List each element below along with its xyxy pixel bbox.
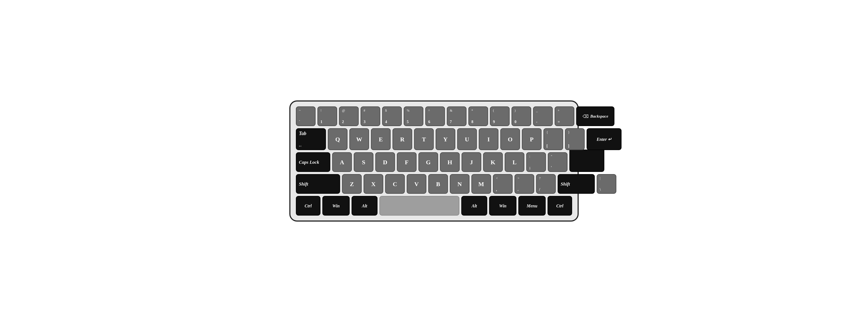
- key-3[interactable]: # 3: [361, 106, 380, 126]
- key-j[interactable]: J: [462, 152, 481, 172]
- row-asdf: Caps Lock A S D F G H J K L : ; " ': [296, 152, 572, 172]
- key-f[interactable]: F: [397, 152, 416, 172]
- key-period[interactable]: > .: [515, 174, 534, 194]
- key-minus[interactable]: _ -: [533, 106, 553, 126]
- key-b[interactable]: B: [428, 174, 448, 194]
- key-2[interactable]: @ 2: [339, 106, 359, 126]
- row-bottom: Ctrl Win Alt Alt Win Menu Ctrl: [296, 196, 572, 216]
- key-rctrl[interactable]: Ctrl: [548, 196, 572, 216]
- key-w[interactable]: W: [349, 128, 369, 150]
- lalt-label: Alt: [362, 203, 367, 208]
- keyboard: ~ ` ! 1 @ 2 # 3 $ 4 % 5 ^ 6 & 7: [289, 100, 579, 222]
- key-lctrl[interactable]: Ctrl: [296, 196, 320, 216]
- key-0[interactable]: ) 0: [512, 106, 531, 126]
- rctrl-label: Ctrl: [556, 203, 563, 208]
- key-backspace[interactable]: ⌫ Backspace: [576, 106, 614, 126]
- key-capslock[interactable]: Caps Lock: [296, 152, 330, 172]
- key-v[interactable]: V: [407, 174, 426, 194]
- key-l[interactable]: L: [505, 152, 524, 172]
- menu-label: Menu: [527, 203, 537, 208]
- key-n[interactable]: N: [450, 174, 469, 194]
- key-a[interactable]: A: [332, 152, 352, 172]
- lwin-label: Win: [333, 203, 340, 208]
- key-9[interactable]: ( 9: [490, 106, 509, 126]
- tab-label: Tab: [299, 131, 306, 136]
- row-number: ~ ` ! 1 @ 2 # 3 $ 4 % 5 ^ 6 & 7: [296, 106, 572, 126]
- key-lwin[interactable]: Win: [322, 196, 350, 216]
- key-k[interactable]: K: [483, 152, 503, 172]
- key-enter[interactable]: Enter ↵: [587, 128, 622, 150]
- key-quote[interactable]: " ': [548, 152, 567, 172]
- key-i[interactable]: I: [479, 128, 498, 150]
- key-lshift[interactable]: Shift: [296, 174, 340, 194]
- row-qwerty: Tab ↤ Q W E R T Y U I O P { [ } ] Enter …: [296, 128, 572, 150]
- key-tilde[interactable]: ~ `: [296, 106, 315, 126]
- key-y[interactable]: Y: [436, 128, 455, 150]
- key-u[interactable]: U: [457, 128, 477, 150]
- key-8[interactable]: * 8: [468, 106, 488, 126]
- key-rwin[interactable]: Win: [489, 196, 517, 216]
- key-m[interactable]: M: [471, 174, 491, 194]
- key-1[interactable]: ! 1: [317, 106, 337, 126]
- key-menu[interactable]: Menu: [518, 196, 546, 216]
- key-equals[interactable]: + =: [555, 106, 574, 126]
- key-p[interactable]: P: [522, 128, 541, 150]
- key-semicolon[interactable]: : ;: [526, 152, 546, 172]
- key-t[interactable]: T: [414, 128, 434, 150]
- enter-bottom-extension: [569, 150, 604, 172]
- key-rbracket[interactable]: } ]: [565, 128, 585, 150]
- enter-label: Enter ↵: [597, 137, 612, 142]
- key-x[interactable]: X: [364, 174, 383, 194]
- ralt-label: Alt: [472, 203, 477, 208]
- backspace-label: Backspace: [590, 114, 609, 119]
- lshift-label: Shift: [299, 182, 308, 187]
- key-lbracket[interactable]: { [: [544, 128, 563, 150]
- backspace-icon: ⌫: [583, 114, 589, 119]
- capslock-label: Caps Lock: [299, 160, 319, 165]
- lctrl-label: Ctrl: [305, 203, 312, 208]
- key-ralt[interactable]: Alt: [461, 196, 487, 216]
- key-5[interactable]: % 5: [404, 106, 423, 126]
- key-comma[interactable]: < ,: [493, 174, 513, 194]
- key-g[interactable]: G: [418, 152, 438, 172]
- key-4[interactable]: $ 4: [382, 106, 402, 126]
- key-r[interactable]: R: [393, 128, 412, 150]
- key-c[interactable]: C: [385, 174, 405, 194]
- key-d[interactable]: D: [375, 152, 395, 172]
- rwin-label: Win: [499, 203, 506, 208]
- key-h[interactable]: H: [440, 152, 460, 172]
- key-rshift[interactable]: Shift: [558, 174, 595, 194]
- key-e[interactable]: E: [371, 128, 391, 150]
- key-space[interactable]: [379, 196, 459, 216]
- key-tab[interactable]: Tab ↤: [296, 128, 326, 150]
- tab-icon: ↤: [299, 144, 301, 148]
- key-lalt[interactable]: Alt: [351, 196, 377, 216]
- key-pipe[interactable]: | \: [597, 174, 616, 194]
- key-z[interactable]: Z: [342, 174, 362, 194]
- key-o[interactable]: O: [500, 128, 520, 150]
- key-q[interactable]: Q: [328, 128, 347, 150]
- key-7[interactable]: & 7: [447, 106, 466, 126]
- rshift-label: Shift: [561, 182, 570, 187]
- key-slash[interactable]: ? /: [536, 174, 556, 194]
- key-6[interactable]: ^ 6: [425, 106, 445, 126]
- row-zxcv: Shift Z X C V B N M < , > . ? / Shift | …: [296, 174, 572, 194]
- key-s[interactable]: S: [354, 152, 373, 172]
